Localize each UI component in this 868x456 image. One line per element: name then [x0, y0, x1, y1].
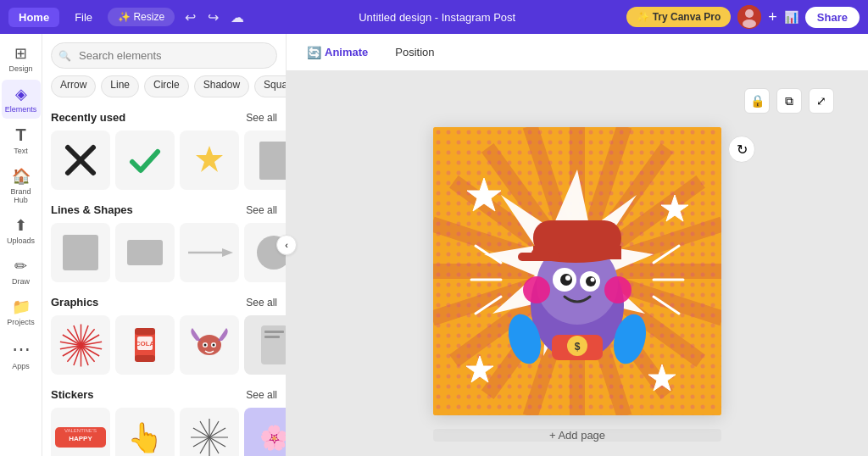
resize-button[interactable]: ✨ Resize [108, 8, 175, 26]
canvas-top-controls: 🔒 ⧉ ⤢ [744, 88, 851, 114]
recent-item-check[interactable] [115, 131, 175, 190]
redo-button[interactable]: ↪ [204, 6, 222, 29]
elements-icon: ◈ [15, 85, 27, 103]
uploads-icon: ⬆ [14, 216, 27, 235]
sidebar-item-design[interactable]: ⊞ Design [2, 39, 41, 78]
canvas-frame-wrapper: $ [433, 127, 721, 415]
svg-rect-18 [135, 328, 155, 335]
recent-item-rect[interactable] [244, 131, 287, 190]
graphics-title: Graphics [51, 296, 98, 309]
stickers-section: Stickers See all HAPPY VALENTINE'S 👆 [42, 381, 286, 456]
sidebar-label-uploads: Uploads [7, 236, 35, 245]
recently-used-grid: › [51, 131, 277, 190]
share-button[interactable]: Share [805, 7, 860, 28]
sidebar-item-elements[interactable]: ◈ Elements [2, 80, 41, 119]
hide-panel-button[interactable]: ‹ [276, 235, 297, 255]
filter-tags: Arrow Line Circle Shadow Squa... › [42, 75, 286, 104]
try-canva-button[interactable]: ✨ Try Canva Pro [626, 7, 731, 27]
shape-item-square[interactable] [51, 223, 110, 282]
animate-icon: 🔄 [307, 46, 321, 59]
search-input[interactable] [51, 42, 277, 69]
recent-item-x[interactable] [51, 131, 110, 190]
file-button[interactable]: File [66, 8, 101, 27]
lock-icon: 🔒 [750, 94, 765, 108]
add-button[interactable]: + [768, 8, 777, 26]
filter-tag-shadow[interactable]: Shadow [194, 75, 249, 97]
sidebar-label-brand: Brand Hub [5, 187, 37, 204]
svg-text:VALENTINE'S: VALENTINE'S [64, 428, 97, 433]
svg-point-72 [565, 275, 570, 281]
text-icon: T [15, 125, 25, 145]
svg-rect-19 [135, 355, 155, 362]
sticker-item-valentines[interactable]: HAPPY VALENTINE'S [51, 408, 110, 456]
stickers-header: Stickers See all [51, 388, 277, 401]
sidebar-item-projects[interactable]: 📁 Projects [2, 292, 41, 331]
sidebar-item-apps[interactable]: ⋯ Apps [2, 333, 41, 375]
sidebar-label-draw: Draw [12, 277, 30, 286]
svg-point-1 [745, 9, 754, 18]
sidebar-item-brand[interactable]: 🏠 Brand Hub [2, 162, 41, 209]
canvas-scroll[interactable]: 🔒 ⧉ ⤢ [287, 71, 868, 456]
filter-tag-arrow[interactable]: Arrow [51, 75, 96, 97]
position-label: Position [395, 46, 434, 58]
stickers-title: Stickers [51, 388, 94, 401]
animate-button[interactable]: 🔄 Animate [300, 42, 375, 63]
recently-used-see-all[interactable]: See all [246, 112, 277, 124]
graphics-see-all[interactable]: See all [246, 297, 277, 309]
position-button[interactable]: Position [388, 42, 441, 62]
add-page-bar[interactable]: + Add page [433, 429, 721, 442]
sidebar-item-draw[interactable]: ✏ Draw [2, 252, 41, 291]
expand-icon: ⤢ [816, 94, 826, 108]
graphics-header: Graphics See all [51, 296, 277, 309]
copy-icon: ⧉ [785, 94, 793, 108]
sticker-item-sparkle[interactable] [180, 408, 239, 456]
expand-button[interactable]: ⤢ [809, 88, 834, 114]
shape-item-line-arrow[interactable] [180, 223, 239, 282]
filter-tag-circle[interactable]: Circle [144, 75, 189, 97]
filter-tag-square[interactable]: Squa... [254, 75, 286, 97]
graphic-item-cola[interactable]: COLA [115, 315, 175, 375]
stickers-see-all[interactable]: See all [246, 389, 277, 401]
sidebar-item-uploads[interactable]: ⬆ Uploads [2, 211, 41, 250]
canvas-refresh-button[interactable]: ↻ [728, 136, 755, 163]
graphics-grid: /* static lines */ [51, 315, 277, 375]
sticker-item-hand[interactable]: 👆 [115, 408, 175, 456]
recently-used-header: Recently used See all [51, 111, 277, 124]
lock-button[interactable]: 🔒 [744, 88, 770, 114]
main-layout: ⊞ Design ◈ Elements T Text 🏠 Brand Hub ⬆… [0, 34, 868, 456]
lines-shapes-see-all[interactable]: See all [246, 204, 277, 216]
shapes-grid: › [51, 223, 277, 282]
graphic-item-bull[interactable] [180, 315, 239, 375]
canvas-frame[interactable]: $ [433, 127, 721, 415]
lines-shapes-header: Lines & Shapes See all [51, 203, 277, 216]
svg-point-2 [743, 19, 756, 28]
svg-rect-29 [264, 336, 280, 338]
graphic-item-partial[interactable] [244, 315, 287, 375]
sidebar-item-text[interactable]: T Text [2, 120, 41, 160]
recent-item-star[interactable] [180, 131, 239, 190]
svg-text:$: $ [575, 341, 581, 353]
shape-item-rect[interactable] [115, 223, 175, 282]
topbar: Home File ✨ Resize ↩ ↪ ☁ Untitled design… [0, 0, 868, 34]
avatar[interactable] [737, 5, 761, 29]
recently-used-title: Recently used [51, 111, 125, 124]
svg-text:HAPPY: HAPPY [69, 435, 92, 442]
undo-button[interactable]: ↩ [181, 6, 199, 29]
svg-point-25 [204, 344, 207, 347]
cloud-save-button[interactable]: ☁ [227, 6, 248, 29]
canvas-toolbar: 🔄 Animate Position [287, 34, 868, 71]
svg-point-74 [523, 276, 550, 303]
duplicate-button[interactable]: ⧉ [776, 88, 802, 114]
topbar-right: ✨ Try Canva Pro + 📊 Share [626, 5, 860, 29]
filter-tag-line[interactable]: Line [101, 75, 139, 97]
sidebar-label-design: Design [8, 64, 32, 73]
svg-rect-67 [518, 253, 560, 261]
home-button[interactable]: Home [8, 8, 59, 27]
document-title: Untitled design - Instagram Post [254, 11, 620, 24]
graphics-section: Graphics See all /* static lines */ [42, 289, 286, 381]
svg-rect-28 [264, 331, 284, 333]
add-page-label: + Add page [549, 429, 605, 442]
graphic-item-sunburst[interactable]: /* static lines */ [51, 315, 110, 375]
search-bar [42, 34, 286, 75]
sticker-item-partial[interactable]: 🌸 [244, 408, 287, 456]
